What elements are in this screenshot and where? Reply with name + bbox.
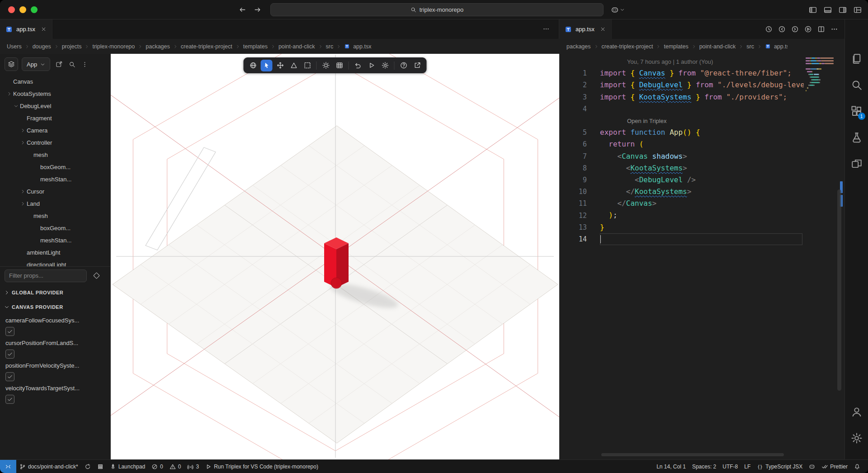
status-cursor-position[interactable]: Ln 14, Col 1 [653, 460, 689, 473]
tree-item-cursor[interactable]: Cursor [0, 185, 110, 198]
status-launchpad[interactable]: Launchpad [107, 460, 148, 473]
tree-item-fragment[interactable]: Fragment [0, 112, 110, 124]
navigate-forward-icon[interactable] [254, 6, 261, 14]
files-icon[interactable] [846, 48, 868, 69]
navigate-back-icon[interactable] [239, 6, 246, 14]
status-errors[interactable]: 0 [148, 460, 166, 473]
status-run-triplex[interactable]: Run Triplex for VS Code (triplex-monorep… [202, 460, 321, 473]
extensions-icon[interactable]: 1 [846, 101, 868, 122]
zoom-window-button[interactable] [31, 6, 38, 13]
codelens-open-in-triplex[interactable]: Open in Triplex [560, 115, 806, 127]
breadcrumb-item[interactable]: point-and-click [278, 43, 315, 50]
windows-icon[interactable] [846, 153, 868, 174]
kebab-menu-icon[interactable] [81, 61, 88, 68]
open-external-icon[interactable] [411, 60, 423, 71]
scene-canvas[interactable] [111, 54, 559, 459]
beaker-icon[interactable] [846, 127, 868, 148]
split-editor-icon[interactable] [817, 25, 825, 33]
prev-change-icon[interactable] [778, 25, 786, 33]
breadcrumb-item[interactable]: src [746, 43, 754, 50]
code-line-14[interactable]: 14 [560, 233, 806, 245]
toggle-primary-sidebar-icon[interactable] [809, 6, 817, 14]
status-branch[interactable]: docs/point-and-click* [16, 460, 81, 473]
chevron-right-icon[interactable] [19, 201, 27, 206]
code-line-2[interactable]: 2import { DebugLevel } from "./levels/de… [560, 79, 806, 91]
breadcrumb-item[interactable]: app.tsx [353, 43, 371, 50]
search-icon[interactable] [69, 61, 75, 68]
tree-item-debuglevel[interactable]: DebugLevel [0, 100, 110, 112]
move-icon[interactable] [274, 60, 286, 71]
tree-item-boxgeom-[interactable]: boxGeom... [0, 161, 110, 173]
copilot-menu[interactable] [611, 0, 625, 19]
status-eol[interactable]: LF [741, 460, 754, 473]
status-ports[interactable]: 3 [184, 460, 202, 473]
tree-item-meshstan-[interactable]: meshStan... [0, 173, 110, 185]
breadcrumb-item[interactable]: point-and-click [699, 43, 736, 50]
provider-shape-icon[interactable] [93, 272, 100, 279]
status-indentation[interactable]: Spaces: 2 [689, 460, 719, 473]
status-notifications[interactable] [851, 460, 863, 473]
tree-item-directionallight[interactable]: directionalLight [0, 259, 110, 266]
status-remote[interactable] [0, 460, 16, 473]
tab-editor-app-tsx[interactable]: app.tsx [559, 19, 612, 39]
scale-icon[interactable] [288, 60, 300, 71]
close-window-button[interactable] [8, 6, 15, 13]
section-global-provider[interactable]: GLOBAL PROVIDER [0, 286, 110, 299]
code-line-5[interactable]: 5export function App() { [560, 127, 806, 138]
breadcrumb-item[interactable]: templates [664, 43, 688, 50]
tree-item-controller[interactable]: Controller [0, 137, 110, 149]
minimize-window-button[interactable] [19, 6, 26, 13]
status-warnings[interactable]: 0 [166, 460, 184, 473]
layers-button[interactable] [5, 57, 18, 71]
chevron-right-icon[interactable] [5, 91, 13, 96]
close-icon[interactable] [41, 26, 47, 32]
scene-render[interactable] [111, 54, 559, 459]
status-sync[interactable] [81, 460, 94, 473]
edit-component-icon[interactable] [56, 61, 63, 68]
breadcrumb-item[interactable]: packages [566, 43, 591, 50]
minimap[interactable] [804, 54, 835, 459]
breadcrumb-item[interactable]: triplex-monorepo [92, 43, 135, 50]
run-circle-icon[interactable] [804, 25, 812, 33]
tree-item-canvas[interactable]: Canvas [0, 76, 110, 88]
code-line-11[interactable]: 11 </Canvas> [560, 198, 806, 209]
select-cursor-icon[interactable] [261, 60, 273, 71]
provider-checkbox[interactable] [5, 372, 14, 381]
code-editor[interactable]: You, 7 hours ago | 1 author (You)1import… [559, 54, 844, 459]
status-copilot[interactable] [806, 460, 818, 473]
tab-triplex-app-tsx[interactable]: app.tsx [0, 19, 52, 39]
status-encoding[interactable]: UTF-8 [719, 460, 741, 473]
search-icon[interactable] [846, 75, 868, 95]
next-change-icon[interactable] [791, 25, 799, 33]
breadcrumb-item[interactable]: src [326, 43, 334, 50]
tree-item-camera[interactable]: Camera [0, 124, 110, 137]
breadcrumb-item[interactable]: douges [33, 43, 51, 50]
breadcrumb-item[interactable]: projects [62, 43, 82, 50]
section-canvas-provider[interactable]: CANVAS PROVIDER [0, 301, 110, 313]
3d-viewport[interactable] [111, 54, 559, 459]
close-icon[interactable] [600, 26, 606, 32]
code-line-1[interactable]: 1import { Canvas } from "@react-three/fi… [560, 67, 806, 79]
undo-icon[interactable] [352, 60, 364, 71]
breadcrumb-item[interactable]: create-triplex-project [602, 43, 653, 50]
breadcrumb-item[interactable]: packages [146, 43, 170, 50]
code-line-13[interactable]: 13} [560, 222, 806, 233]
code-line-3[interactable]: 3import { KootaSystems } from "./provide… [560, 91, 806, 103]
tree-item-mesh[interactable]: mesh [0, 149, 110, 161]
provider-checkbox[interactable] [5, 395, 14, 404]
account-icon[interactable] [846, 402, 868, 422]
code-line-8[interactable]: 8 <KootaSystems> [560, 162, 806, 174]
toggle-panel-icon[interactable] [824, 6, 832, 14]
chevron-right-icon[interactable] [19, 128, 27, 133]
vertical-scrollbar[interactable] [837, 189, 841, 391]
help-icon[interactable] [398, 60, 410, 71]
sun-icon[interactable] [320, 60, 332, 71]
provider-checkbox[interactable] [5, 350, 14, 359]
breadcrumb-item[interactable]: app.tsx [774, 43, 788, 50]
toggle-blame-icon[interactable] [765, 25, 773, 33]
play-icon[interactable] [366, 60, 377, 71]
code-line-10[interactable]: 10 </KootaSystems> [560, 186, 806, 198]
code-line-7[interactable]: 7 <Canvas shadows> [560, 151, 806, 162]
command-center-search[interactable]: triplex-monorepo [270, 3, 604, 16]
globe-icon[interactable] [247, 60, 259, 71]
